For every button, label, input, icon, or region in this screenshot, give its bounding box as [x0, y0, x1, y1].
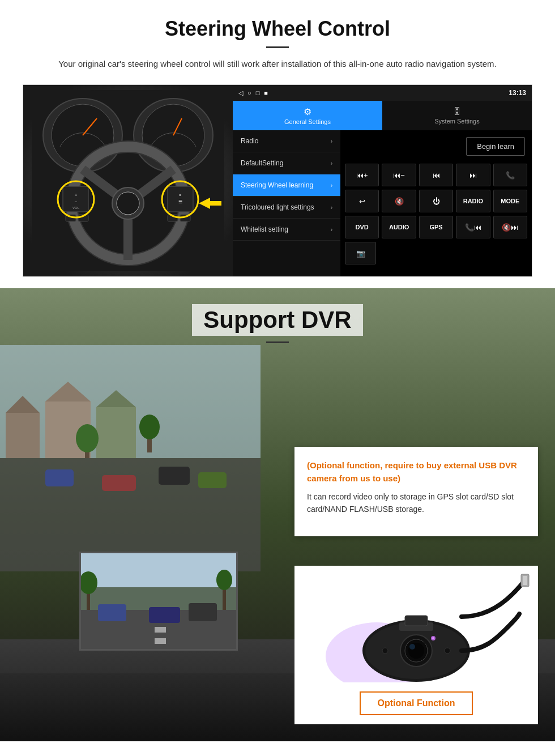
svg-text:VOL: VOL — [72, 206, 80, 210]
ctrl-vol-plus[interactable]: ⏮+ — [345, 164, 379, 186]
svg-text:☰: ☰ — [178, 199, 182, 204]
status-icons: ◁ ○ □ ■ — [238, 89, 268, 97]
ctrl-next[interactable]: ⏭ — [456, 164, 490, 186]
home-icon: ○ — [247, 89, 251, 96]
steering-demo: + − VOL ≡ ☰ — [23, 84, 532, 277]
menu-label-radio: Radio — [241, 137, 258, 145]
steering-subtitle: Your original car's steering wheel contr… — [45, 57, 510, 71]
ctrl-vol-minus[interactable]: ⏮− — [382, 164, 416, 186]
control-row-4: 📷 — [345, 242, 527, 264]
arrow-icon-5: › — [331, 227, 332, 233]
svg-point-58 — [432, 637, 434, 639]
arrow-icon-4: › — [331, 204, 332, 211]
status-time: 13:13 — [509, 89, 526, 97]
dvr-title: Support DVR — [192, 304, 362, 336]
ctrl-power[interactable]: ⏻ — [419, 190, 453, 212]
menu-item-defaultsetting[interactable]: DefaultSetting › — [233, 152, 340, 174]
steering-wheel-svg: + − VOL ≡ ☰ — [32, 90, 224, 271]
back-icon: ◁ — [238, 89, 243, 97]
menu-label-default: DefaultSetting — [241, 159, 283, 167]
svg-point-71 — [216, 570, 232, 590]
svg-point-13 — [117, 192, 139, 215]
ctrl-gps[interactable]: GPS — [419, 216, 453, 238]
menu-label-tricoloured: Tricoloured light settings — [241, 203, 314, 211]
svg-rect-29 — [6, 413, 40, 458]
dvr-header: Support DVR — [0, 288, 555, 348]
tab-system-label: System Settings — [434, 118, 479, 125]
svg-rect-40 — [45, 469, 74, 486]
svg-text:≡: ≡ — [179, 193, 181, 197]
system-icon: 🎛 — [452, 106, 462, 117]
steering-title: Steering Wheel Control — [23, 17, 532, 41]
menu-item-tricoloured[interactable]: Tricoloured light settings › — [233, 197, 340, 219]
menu-panel: Radio › DefaultSetting › Steering Wheel … — [233, 130, 340, 276]
ctrl-mute-next[interactable]: 🔇⏭ — [493, 216, 527, 238]
svg-rect-65 — [98, 604, 126, 621]
ctrl-radio[interactable]: RADIO — [456, 190, 490, 212]
svg-point-38 — [139, 415, 160, 439]
svg-point-36 — [76, 424, 99, 452]
tab-general-label: General Settings — [284, 118, 331, 125]
android-content: Radio › DefaultSetting › Steering Wheel … — [233, 130, 532, 276]
steering-section: Steering Wheel Control Your original car… — [0, 0, 555, 288]
menu-icon: ■ — [264, 89, 268, 96]
svg-rect-54 — [405, 616, 428, 626]
optional-function-area: Optional Function — [294, 682, 538, 724]
svg-rect-43 — [198, 472, 227, 488]
svg-point-55 — [382, 648, 388, 654]
svg-rect-33 — [96, 407, 136, 458]
dvr-camera-area — [294, 566, 538, 696]
menu-item-steering-learning[interactable]: Steering Wheel learning › — [233, 174, 340, 197]
arrow-icon: › — [331, 138, 332, 144]
dvr-orange-text: (Optional function, require to buy exter… — [307, 459, 526, 485]
dvr-description: It can record video only to storage in G… — [307, 490, 526, 516]
dvr-section: Support DVR (Optional function, require … — [0, 288, 555, 741]
dvr-screenshot-svg — [81, 553, 238, 651]
dvr-info-card: (Optional function, require to buy exter… — [294, 447, 538, 536]
steering-photo: + − VOL ≡ ☰ — [23, 85, 233, 276]
android-status-bar: ◁ ○ □ ■ 13:13 — [233, 85, 532, 101]
svg-rect-64 — [155, 638, 166, 644]
settings-gear-icon: ⚙ — [304, 106, 311, 117]
tab-system[interactable]: 🎛 System Settings — [382, 101, 532, 130]
ctrl-mute[interactable]: 🔇 — [382, 190, 416, 212]
control-row-1: ⏮+ ⏮− ⏮ ⏭ 📞 — [345, 164, 527, 186]
control-row-2: ↩ 🔇 ⏻ RADIO MODE — [345, 190, 527, 212]
dvr-bg-container: Support DVR (Optional function, require … — [0, 288, 555, 741]
camera-illustration — [294, 566, 538, 696]
svg-rect-42 — [159, 467, 190, 485]
control-panel: Begin learn ⏮+ ⏮− ⏮ ⏭ 📞 ↩ 🔇 ⏻ RADIO — [340, 130, 532, 276]
ctrl-camera[interactable]: 📷 — [345, 242, 376, 264]
ctrl-audio[interactable]: AUDIO — [382, 216, 416, 238]
menu-label-whitelist: Whitelist setting — [241, 225, 288, 233]
ctrl-phone[interactable]: 📞 — [493, 164, 527, 186]
svg-point-56 — [445, 648, 450, 654]
optional-function-button[interactable]: Optional Function — [360, 691, 473, 715]
ctrl-phone-prev[interactable]: 📞⏮ — [456, 216, 490, 238]
dvr-screenshot — [79, 552, 238, 651]
svg-rect-63 — [155, 627, 166, 633]
menu-item-radio[interactable]: Radio › — [233, 130, 340, 152]
svg-rect-67 — [189, 603, 217, 621]
svg-text:+: + — [75, 193, 78, 198]
arrow-icon-2: › — [331, 160, 332, 166]
svg-text:−: − — [75, 199, 78, 204]
svg-point-52 — [409, 644, 415, 650]
scene-svg — [0, 345, 261, 571]
ctrl-dvd[interactable]: DVD — [345, 216, 379, 238]
ctrl-prev[interactable]: ⏮ — [419, 164, 453, 186]
begin-learn-row: Begin learn — [345, 135, 527, 160]
recent-icon: □ — [256, 89, 260, 96]
ctrl-hang-up[interactable]: ↩ — [345, 190, 379, 212]
arrow-icon-3: › — [331, 182, 332, 189]
title-divider — [266, 46, 289, 48]
control-row-3: DVD AUDIO GPS 📞⏮ 🔇⏭ — [345, 216, 527, 238]
android-panel: ◁ ○ □ ■ 13:13 ⚙ General Settings 🎛 Syste… — [233, 85, 532, 276]
svg-rect-41 — [102, 475, 136, 491]
ctrl-mode[interactable]: MODE — [493, 190, 527, 212]
menu-item-whitelist[interactable]: Whitelist setting › — [233, 219, 340, 241]
begin-learn-button[interactable]: Begin learn — [466, 137, 525, 156]
tab-general[interactable]: ⚙ General Settings — [233, 101, 382, 130]
menu-label-steering: Steering Wheel learning — [241, 181, 313, 189]
android-tabs: ⚙ General Settings 🎛 System Settings — [233, 101, 532, 130]
